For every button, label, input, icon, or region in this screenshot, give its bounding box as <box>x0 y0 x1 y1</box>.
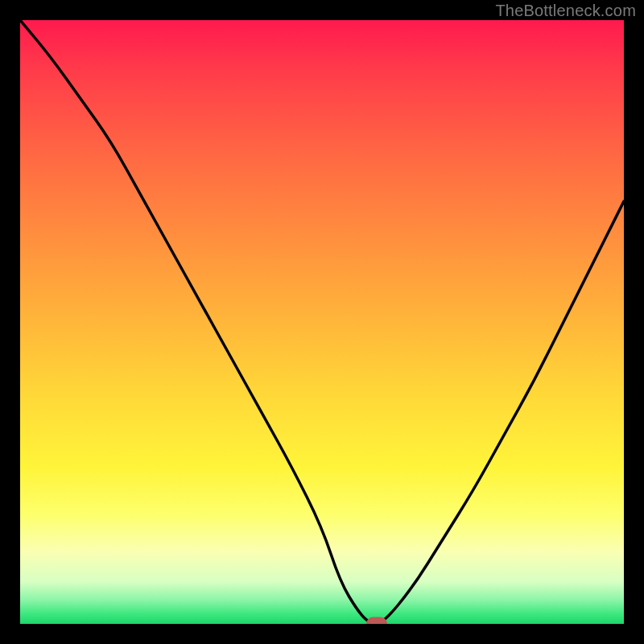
plot-area <box>20 20 624 624</box>
optimal-point-marker <box>366 617 387 625</box>
bottleneck-curve <box>20 20 624 624</box>
chart-frame: TheBottleneck.com <box>0 0 644 644</box>
watermark-text: TheBottleneck.com <box>495 2 636 20</box>
curve-path <box>20 20 624 624</box>
